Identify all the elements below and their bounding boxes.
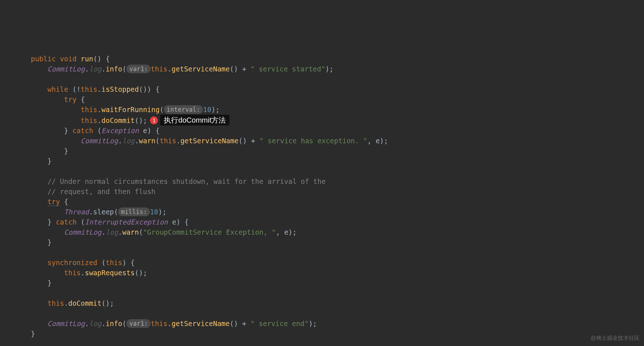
var-e: e [172, 218, 176, 226]
keyword-try: try [48, 198, 60, 206]
number-10: 10 [150, 208, 158, 216]
keyword-this: this [81, 85, 97, 93]
method-docommit: doCommit [68, 299, 102, 307]
class-commitlog: CommitLog [64, 228, 102, 236]
hint-millis: millis: [118, 207, 150, 216]
keyword-public: public [31, 55, 56, 63]
class-thread: Thread [64, 208, 89, 216]
method-isstopped: isStopped [102, 85, 139, 93]
hint-var1: var1: [126, 65, 151, 73]
keyword-while: while [48, 85, 68, 93]
keyword-this: this [48, 299, 64, 307]
string-service-started: " service started" [250, 65, 325, 73]
method-getservicename: getServiceName [172, 320, 230, 328]
method-run: run [81, 55, 93, 63]
string-groupcommit-exc: "GroupCommitService Exception, " [143, 228, 276, 236]
field-log: log [89, 65, 101, 73]
method-swaprequests: swapRequests [85, 269, 135, 277]
paren: () { [93, 55, 110, 63]
comment-line-2: // request, and then flush [48, 188, 155, 195]
method-info: info [106, 65, 122, 73]
hint-interval: interval: [164, 105, 203, 114]
class-exception: Exception [102, 127, 139, 135]
method-warn: warn [122, 228, 139, 236]
string-service-end: " service end" [250, 320, 309, 328]
number-10: 10 [203, 106, 211, 114]
keyword-this: this [160, 137, 176, 145]
hint-var1: var1: [126, 319, 151, 328]
field-log: log [89, 320, 101, 328]
method-info: info [106, 320, 122, 328]
method-warn: warn [139, 137, 155, 145]
code-editor[interactable]: public void run() { CommitLog.log.info(v… [0, 44, 644, 339]
watermark: @稀土掘金技术社区 [591, 333, 640, 343]
method-sleep: sleep [93, 208, 114, 216]
class-commitlog: CommitLog [81, 137, 118, 145]
keyword-void: void [60, 55, 77, 63]
keyword-this: this [106, 259, 122, 267]
keyword-try: try [64, 95, 77, 103]
method-docommit: doCommit [102, 116, 135, 124]
var-e: e [376, 137, 380, 145]
keyword-catch: catch [72, 127, 93, 135]
field-log: log [122, 137, 135, 145]
keyword-this: this [151, 65, 167, 73]
field-log: log [106, 228, 118, 236]
method-getservicename: getServiceName [180, 137, 239, 145]
class-commitlog: CommitLog [48, 320, 85, 328]
keyword-synchronized: synchronized [48, 259, 97, 267]
var-e: e [284, 228, 288, 236]
keyword-this: this [81, 116, 97, 124]
string-service-exception: " service has exception. " [259, 137, 367, 145]
keyword-catch: catch [56, 218, 77, 226]
annotation-label: 执行doCommit方法 [160, 115, 229, 125]
keyword-this: this [64, 269, 81, 277]
class-commitlog: CommitLog [48, 65, 85, 73]
method-waitforrunning: waitForRunning [102, 106, 160, 114]
method-getservicename: getServiceName [172, 65, 230, 73]
keyword-this: this [81, 106, 97, 114]
class-interruptedexception: InterruptedException [85, 218, 168, 226]
keyword-this: this [151, 320, 167, 328]
annotation-badge: 1 [150, 116, 158, 124]
comment-line-1: // Under normal circumstances shutdown, … [48, 177, 326, 185]
var-e: e [143, 127, 147, 135]
